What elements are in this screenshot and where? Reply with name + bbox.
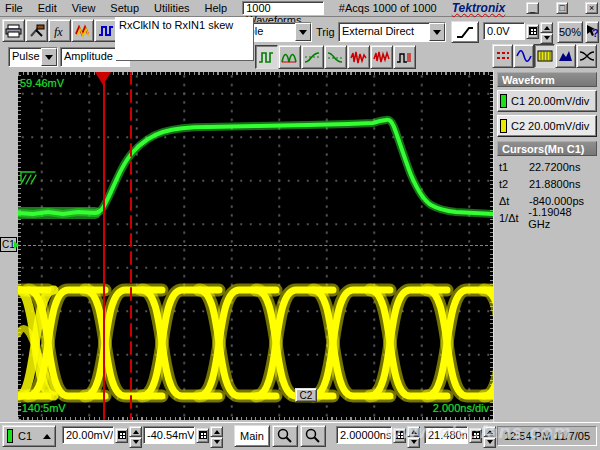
menu-help[interactable]: Help [205, 2, 228, 14]
spinner-up-icon[interactable] [407, 426, 420, 437]
spinner-up-icon[interactable] [483, 426, 496, 437]
channel-2-scale: C2 20.00mV/div [511, 120, 589, 132]
waveshape-button[interactable] [513, 44, 534, 68]
chevron-down-icon[interactable] [295, 23, 311, 41]
measure-rise-time-button[interactable] [301, 45, 324, 69]
spinner-down-icon[interactable] [483, 437, 496, 448]
menu-utilities[interactable]: Utilities [154, 2, 189, 14]
menu-edit[interactable]: Edit [38, 2, 57, 14]
waveform-display-button[interactable] [71, 19, 94, 42]
toolbar-acquisition: fx Sample Trig External Direct 0.0V 50% … [0, 17, 600, 44]
fx-icon: fx [52, 24, 68, 38]
vertical-position-group: -40.54mV [143, 426, 223, 444]
spinner-down-icon[interactable] [129, 437, 142, 448]
waveform-icon [75, 24, 91, 38]
horizontal-scale-input[interactable]: 2.00000ns [336, 426, 392, 444]
cursor-t1-row: t1 22.7200ns [497, 158, 597, 175]
waveform-counter: 1000 Waveforms [242, 1, 324, 15]
zoom-1-button[interactable] [272, 425, 298, 447]
spinner-up-icon[interactable] [540, 22, 553, 33]
trigger-slope-button[interactable] [451, 21, 479, 43]
setup-tools-button[interactable] [25, 19, 48, 42]
channel-2-button[interactable]: C2 20.00mV/div [497, 115, 597, 137]
timing-marks-icon [396, 50, 413, 65]
c1-color-chip [7, 429, 13, 443]
trigger-source-value: External Direct [339, 23, 429, 41]
vertical-scale-group: 20.00mV/ [62, 426, 142, 444]
measure-category-select[interactable]: Pulse [8, 47, 58, 67]
cursor-t1-value: 22.7200ns [529, 161, 580, 173]
magnifier-icon [305, 428, 321, 444]
channel-select-button[interactable]: C1 [2, 425, 56, 447]
vertical-scale-input[interactable]: 20.00mV/ [62, 426, 114, 444]
keypad-icon[interactable] [115, 428, 128, 443]
spinner-down-icon[interactable] [407, 437, 420, 448]
maximize-button[interactable]: □ [556, 2, 569, 14]
chevron-down-icon[interactable] [429, 23, 445, 41]
context-help-button[interactable]: ? [585, 21, 599, 43]
eye-diagram-button[interactable] [576, 44, 597, 68]
green-fall-icon [327, 50, 344, 65]
cursor-t2-value: 21.8800ns [529, 178, 580, 190]
chevron-down-icon[interactable] [41, 48, 57, 66]
c2-color-chip [500, 119, 507, 133]
menu-view[interactable]: View [72, 2, 96, 14]
trigger-source-select[interactable]: External Direct [338, 22, 446, 42]
keypad-icon[interactable] [469, 428, 482, 443]
main-timebase-button[interactable]: Main [234, 425, 270, 447]
spinner-up-icon[interactable] [210, 426, 223, 437]
trigger-level-input[interactable]: 0.0V [483, 22, 525, 40]
measure-fall-time-button[interactable] [324, 45, 347, 69]
timebase-label: 2.000ns/div [433, 402, 489, 414]
menu-setup[interactable]: Setup [110, 2, 139, 14]
horizontal-delay-spinner [483, 426, 496, 444]
vertical-position-spinner [210, 426, 223, 444]
set-50-percent-button[interactable]: 50% [557, 21, 583, 43]
menu-file[interactable]: File [5, 2, 23, 14]
measure-pulse-train-button[interactable] [255, 45, 278, 69]
cursor-t1-label: t1 [499, 161, 529, 173]
channel-1-button[interactable]: C1 20.00mV/div [497, 90, 597, 112]
pulse-measure-button[interactable] [94, 19, 117, 42]
c2-trace-label[interactable]: C2 [295, 388, 317, 402]
graticule-toggle-button[interactable] [534, 44, 555, 68]
help-cursor-icon: ? [586, 24, 598, 40]
measure-burst-2-button[interactable] [370, 45, 393, 69]
keypad-icon[interactable] [196, 428, 209, 443]
math-function-button[interactable]: fx [48, 19, 71, 42]
magnifier-icon [277, 428, 293, 444]
cursor-t2-label: t2 [499, 178, 529, 190]
minimize-button[interactable]: _ [526, 2, 539, 14]
right-sidebar: Waveform C1 20.00mV/div C2 20.00mV/div C… [493, 70, 600, 422]
display-area: C1 59.46mV -140.5mV 2.000ns/div C2 Wavef… [0, 70, 600, 422]
yellow-graticule-icon [537, 49, 553, 63]
zoom-2-button[interactable] [300, 425, 326, 447]
spinner-down-icon[interactable] [210, 437, 223, 448]
histogram-icon [558, 49, 574, 63]
vertical-position-input[interactable]: -40.54mV [143, 426, 195, 444]
horizontal-delay-input[interactable]: 21.480n [424, 426, 468, 444]
print-button[interactable] [2, 19, 25, 42]
red-burst-icon [373, 50, 390, 65]
close-button[interactable]: × [585, 2, 598, 14]
spinner-up-icon[interactable] [129, 426, 142, 437]
measure-amplitude-button[interactable] [278, 45, 301, 69]
tooltip-text: RxClkIN to RxIN1 skew [119, 19, 233, 31]
horizontal-scale-group: 2.00000ns [336, 426, 420, 444]
waveform-panel-header: Waveform [497, 72, 597, 87]
measure-category-value: Pulse [9, 48, 41, 66]
c1-channel-marker[interactable]: C1 [0, 237, 17, 252]
spinner-down-icon[interactable] [540, 33, 553, 44]
channel-1-scale: C1 20.00mV/div [511, 95, 589, 107]
keypad-icon[interactable] [526, 24, 539, 39]
red-burst-icon [350, 50, 367, 65]
reference-levels-button[interactable] [492, 44, 513, 68]
horizontal-scale-spinner [407, 426, 420, 444]
histogram-button[interactable] [555, 44, 576, 68]
measure-timing-button[interactable] [393, 45, 416, 69]
measure-burst-1-button[interactable] [347, 45, 370, 69]
cursor-freq-label: 1/Δt [499, 212, 528, 224]
pulse-icon [98, 24, 114, 38]
channel-select-label: C1 [18, 430, 32, 442]
keypad-icon[interactable] [393, 428, 406, 443]
